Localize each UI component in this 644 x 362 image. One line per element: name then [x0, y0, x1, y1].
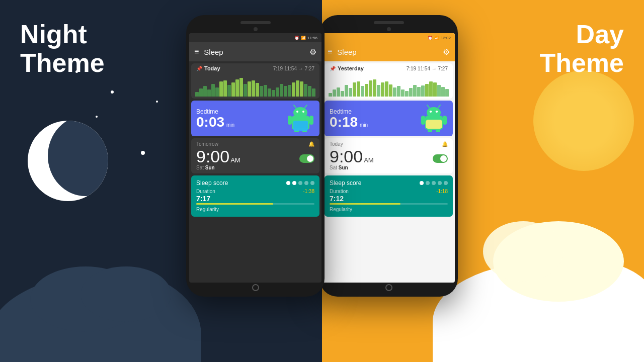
- svg-rect-21: [426, 120, 442, 129]
- day-alarm-icon: 🔔: [442, 141, 448, 147]
- day-alarm-card[interactable]: Today 🔔 9:00AM Sat Sun: [325, 138, 453, 173]
- star-3: [141, 151, 145, 155]
- sleep-bar-day-26: [433, 82, 437, 97]
- sleep-bar-day-15: [389, 84, 392, 97]
- sleep-bar-day-9: [365, 84, 368, 97]
- day-alarm-toggle[interactable]: [433, 154, 448, 163]
- sleep-bar-day-28: [441, 87, 445, 97]
- svg-rect-6: [288, 116, 292, 125]
- day-alarm-days: Sat Sun: [330, 165, 448, 170]
- phone-day-camera: [387, 27, 391, 31]
- sleep-bar-night-12: [244, 84, 247, 97]
- sleep-bar-day-7: [357, 81, 360, 97]
- sleep-bar-day-0: [329, 93, 332, 97]
- moon-decoration: [28, 121, 108, 201]
- svg-rect-17: [421, 116, 425, 125]
- sleep-bar-day-13: [381, 82, 384, 97]
- svg-rect-20: [436, 128, 440, 132]
- night-app-bar: ≡ Sleep ⚙: [189, 42, 321, 61]
- sleep-bar-night-19: [272, 90, 275, 97]
- night-alarm-days: Sat Sun: [196, 165, 314, 170]
- phone-night-camera: [254, 27, 258, 31]
- phone-night-screen: ⏰ 📶 11:56 ≡ Sleep ⚙ 📌 Today 7:19 11:5: [189, 33, 321, 283]
- svg-point-3: [302, 111, 304, 113]
- day-home-button[interactable]: [385, 284, 392, 291]
- sleep-bar-night-14: [252, 80, 255, 97]
- svg-rect-10: [293, 121, 308, 131]
- pin-icon-day: 📌: [330, 66, 336, 71]
- sleep-bar-night-9: [231, 82, 235, 97]
- phone-night-speaker: [240, 21, 271, 24]
- sleep-bar-night-21: [280, 84, 283, 97]
- phone-night: ⏰ 📶 11:56 ≡ Sleep ⚙ 📌 Today 7:19 11:5: [186, 15, 325, 297]
- night-score-card[interactable]: Sleep score Duration -1:38 7:17: [191, 175, 319, 217]
- sleep-bar-night-5: [215, 87, 219, 97]
- night-chart-card: 📌 Today 7:19 11:54 → 7:27: [191, 63, 319, 99]
- night-status-icons: ⏰ 📶 11:56: [294, 36, 317, 40]
- sleep-bar-night-24: [292, 82, 295, 97]
- phones-container: ⏰ 📶 11:56 ≡ Sleep ⚙ 📌 Today 7:19 11:5: [166, 0, 478, 362]
- sleep-bar-day-24: [425, 84, 429, 97]
- svg-line-16: [438, 105, 440, 108]
- svg-rect-19: [428, 128, 432, 132]
- sleep-bar-night-23: [288, 85, 291, 97]
- day-status-icons: ⏰ 📶 12:02: [428, 36, 451, 40]
- sleep-bar-day-5: [349, 88, 352, 97]
- night-score-dots: [286, 181, 314, 185]
- day-chart-header: 📌 Yesterday 7:19 11:54 → 7:27: [325, 63, 453, 73]
- day-score-dots: [420, 181, 448, 185]
- sleep-bar-day-12: [377, 85, 380, 97]
- sleep-bar-day-27: [437, 85, 441, 97]
- sleep-bar-night-13: [248, 81, 251, 97]
- night-status-bar: ⏰ 📶 11:56: [189, 33, 321, 42]
- sleep-bar-night-29: [312, 88, 315, 97]
- sleep-bar-night-2: [203, 86, 207, 97]
- sleep-bar-night-17: [264, 85, 267, 97]
- sleep-bar-night-6: [219, 81, 223, 97]
- phone-night-bottom: [189, 283, 321, 293]
- sleep-bar-night-3: [207, 89, 211, 97]
- sleep-bar-day-18: [401, 89, 405, 97]
- svg-point-2: [296, 111, 298, 113]
- night-menu-icon[interactable]: ≡: [194, 47, 199, 56]
- sleep-bar-day-6: [353, 82, 356, 97]
- star-2: [96, 116, 98, 118]
- phone-day-screen: ⏰ 📶 12:02 ≡ Sleep ⚙ 📌 Yesterday 7:19: [323, 33, 455, 283]
- day-app-title: Sleep: [337, 48, 443, 56]
- night-duration-bar-bg: [196, 203, 314, 205]
- sleep-bar-day-2: [337, 87, 340, 97]
- night-bedtime-card[interactable]: Bedtime 0:03 min: [191, 101, 319, 136]
- day-status-bar: ⏰ 📶 12:02: [323, 33, 455, 42]
- night-app-title: Sleep: [204, 48, 309, 56]
- day-settings-icon[interactable]: ⚙: [443, 47, 450, 57]
- day-bedtime-card[interactable]: Bedtime 0:18 min: [325, 101, 453, 136]
- night-alarm-toggle[interactable]: [299, 154, 314, 163]
- sleep-bar-day-19: [405, 91, 409, 97]
- day-score-card[interactable]: Sleep score Duration -1:18 7:12: [325, 175, 453, 217]
- sleep-bar-night-18: [268, 88, 271, 97]
- sleep-bar-day-11: [373, 79, 376, 97]
- svg-line-4: [294, 105, 296, 108]
- day-alarm-header: Today 🔔: [330, 141, 448, 147]
- sun-decoration: [533, 70, 634, 171]
- sleep-bar-day-29: [445, 89, 449, 97]
- phone-day-bottom: [323, 283, 455, 293]
- sleep-bar-night-15: [256, 83, 259, 97]
- sleep-bar-day-1: [333, 89, 336, 97]
- svg-point-12: [427, 107, 441, 118]
- svg-line-15: [427, 105, 429, 108]
- night-cloud: [0, 261, 191, 362]
- day-menu-icon[interactable]: ≡: [328, 47, 332, 56]
- night-chart-header: 📌 Today 7:19 11:54 → 7:27: [191, 63, 319, 73]
- sleep-bar-night-10: [235, 79, 239, 97]
- sleep-bar-day-17: [397, 86, 400, 97]
- sleep-bar-day-4: [345, 85, 348, 97]
- sleep-bar-night-7: [223, 80, 227, 97]
- night-alarm-card[interactable]: Tomorrow 🔔 9:00AM Sat Sun: [191, 138, 319, 173]
- sleep-bar-night-8: [227, 85, 231, 97]
- sleep-bar-night-25: [296, 80, 299, 97]
- night-settings-icon[interactable]: ⚙: [309, 47, 316, 57]
- day-app-bar: ≡ Sleep ⚙: [323, 42, 455, 61]
- night-home-button[interactable]: [252, 284, 259, 291]
- day-chart-title: 📌 Yesterday: [330, 65, 364, 71]
